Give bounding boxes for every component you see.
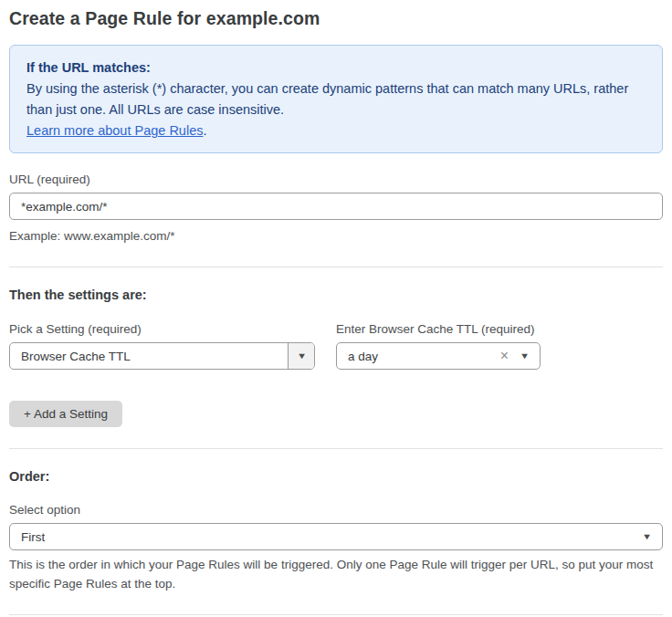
pick-setting-column: Pick a Setting (required) Browser Cache … [9,322,315,370]
order-help-text: This is the order in which your Page Rul… [9,555,663,593]
url-match-info-box: If the URL matches: By using the asteris… [9,45,663,153]
chevron-down-icon: ▼ [642,533,652,541]
ttl-value: a day [337,350,500,363]
info-box-heading: If the URL matches: [26,58,646,78]
settings-row: Pick a Setting (required) Browser Cache … [9,322,663,370]
learn-more-link[interactable]: Learn more about Page Rules [26,123,203,138]
order-select[interactable]: First ▼ [9,523,663,550]
add-setting-button[interactable]: + Add a Setting [9,401,122,427]
create-page-rule-form: Create a Page Rule for example.com If th… [0,0,672,617]
url-label: URL (required) [9,173,663,186]
page-title: Create a Page Rule for example.com [9,8,663,29]
pick-setting-select[interactable]: Browser Cache TTL ▼ [9,342,315,370]
info-box-body: By using the asterisk (*) character, you… [26,78,646,120]
settings-section-heading: Then the settings are: [9,288,663,302]
url-input[interactable] [9,193,663,220]
chevron-down-icon: ▼ [296,352,306,361]
pick-setting-value: Browser Cache TTL [10,350,288,363]
url-example-text: Example: www.example.com/* [9,226,663,246]
divider [9,448,663,449]
ttl-label: Enter Browser Cache TTL (required) [336,322,541,336]
clear-icon[interactable]: × [500,349,509,363]
ttl-select[interactable]: a day × ▼ [336,342,541,370]
order-select-value: First [10,530,643,544]
pick-setting-label: Pick a Setting (required) [9,322,315,336]
link-period: . [203,123,206,138]
order-section-heading: Order: [9,469,663,484]
order-select-label: Select option [9,503,663,517]
info-box-link-line: Learn more about Page Rules. [26,120,646,141]
ttl-column: Enter Browser Cache TTL (required) a day… [336,322,541,370]
pick-setting-caret-button[interactable]: ▼ [288,343,314,369]
divider [9,614,663,615]
chevron-down-icon: ▼ [520,352,530,361]
divider [9,267,663,267]
